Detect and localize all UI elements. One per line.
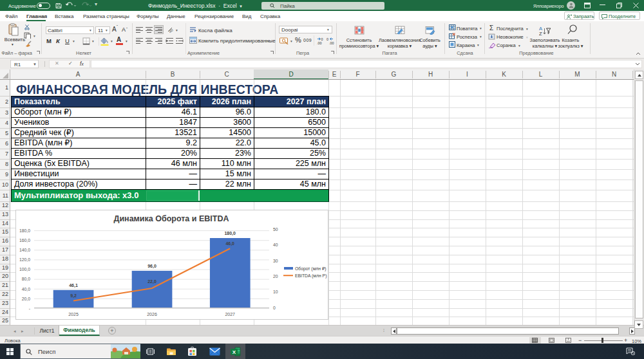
svg-text:X: X (232, 349, 236, 355)
svg-text:0: 0 (273, 305, 276, 309)
svg-text:EBITDA (млн Р): EBITDA (млн Р) (295, 273, 327, 278)
svg-text:96,0: 96,0 (147, 264, 156, 269)
svg-text:9,2: 9,2 (70, 293, 77, 298)
svg-text:100,0: 100,0 (19, 267, 30, 272)
svg-text:2026: 2026 (147, 311, 157, 316)
svg-text:2025: 2025 (68, 311, 79, 316)
svg-text:140,0: 140,0 (19, 248, 30, 252)
svg-text:180,0: 180,0 (19, 228, 30, 232)
svg-text:40: 40 (273, 243, 278, 247)
svg-text:20: 20 (273, 274, 278, 279)
svg-text:120,0: 120,0 (19, 257, 30, 262)
svg-text:ab: ab (168, 28, 174, 33)
svg-text:22,0: 22,0 (147, 279, 156, 284)
svg-text:50: 50 (273, 227, 278, 232)
svg-text:0: 0 (327, 37, 328, 41)
svg-text:46,1: 46,1 (69, 282, 78, 288)
svg-text:-: - (29, 306, 30, 310)
svg-text:Оборот (млн ₽): Оборот (млн ₽) (295, 266, 327, 272)
svg-text:2027: 2027 (225, 311, 235, 316)
svg-text:160,0: 160,0 (19, 238, 30, 243)
svg-text:46,0: 46,0 (225, 241, 234, 246)
svg-text:.00: .00 (317, 41, 322, 45)
svg-text:Z: Z (539, 31, 542, 36)
svg-text:80,0: 80,0 (22, 277, 30, 281)
svg-text:40,0: 40,0 (22, 286, 30, 291)
svg-text:180,0: 180,0 (224, 230, 236, 235)
svg-text:30: 30 (273, 258, 278, 262)
svg-text:10: 10 (273, 290, 278, 294)
svg-text:20,0: 20,0 (22, 296, 30, 300)
svg-text:Динамика Оборота и EBITDA: Динамика Оборота и EBITDA (114, 214, 229, 223)
